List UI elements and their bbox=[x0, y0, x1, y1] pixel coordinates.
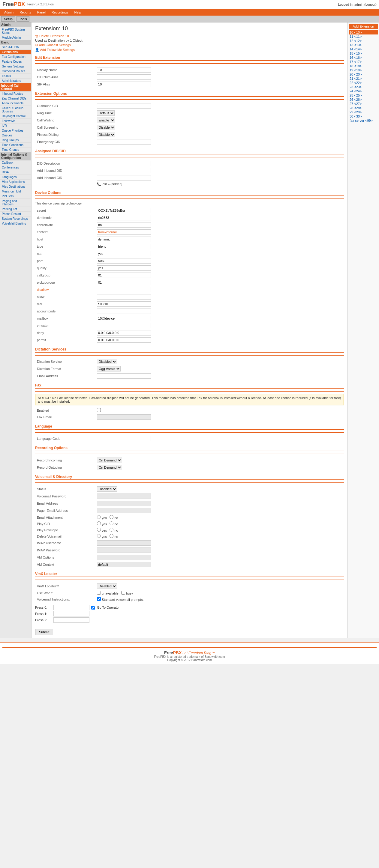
ext-link-29[interactable]: 29 <29> bbox=[349, 110, 378, 114]
add-inbound-cid-input[interactable] bbox=[97, 175, 151, 181]
ext-link-11[interactable]: 11 <11> bbox=[349, 34, 378, 39]
sidebar-item-outbound-routes[interactable]: Outbound Routes bbox=[0, 69, 31, 74]
sidebar-item-fax-configuration[interactable]: Fax Configuration bbox=[0, 55, 31, 59]
ext-link-10[interactable]: 10 <10> bbox=[349, 30, 378, 34]
sidebar-item-announcements[interactable]: Announcements bbox=[0, 101, 31, 106]
fax-email-input[interactable] bbox=[97, 414, 151, 420]
callgroup-input[interactable] bbox=[97, 273, 151, 278]
port-input[interactable] bbox=[97, 258, 151, 264]
sidebar-item-languages[interactable]: Languages bbox=[0, 175, 31, 180]
vmx-standard-prompts-checkbox[interactable] bbox=[97, 597, 101, 601]
delete-voicemail-yes[interactable] bbox=[97, 534, 101, 538]
sidebar-header-admin[interactable]: Admin bbox=[0, 23, 31, 27]
imap-username-input[interactable] bbox=[97, 540, 151, 546]
cid-num-alias-input[interactable] bbox=[97, 74, 151, 80]
press0-goto-operator-checkbox[interactable] bbox=[91, 606, 95, 610]
nav-help[interactable]: Help bbox=[71, 9, 84, 16]
vmx-unavailable-checkbox[interactable] bbox=[97, 591, 101, 594]
add-extension-button[interactable]: Add Extension bbox=[349, 24, 378, 29]
ext-link-20[interactable]: 20 <20> bbox=[349, 72, 378, 76]
emergency-cid-input[interactable] bbox=[97, 139, 151, 145]
ext-link-16[interactable]: 16 <16> bbox=[349, 56, 378, 60]
setup-tab[interactable]: Setup bbox=[1, 16, 15, 22]
record-outgoing-select[interactable]: On DemandAlwaysNeverDon't Care bbox=[97, 465, 122, 470]
vm-pager-email-input[interactable] bbox=[97, 508, 151, 513]
dial-input[interactable] bbox=[97, 301, 151, 307]
nav-admin[interactable]: Admin bbox=[1, 9, 17, 16]
ext-link-18[interactable]: 18 <18> bbox=[349, 64, 378, 68]
play-envelope-no[interactable] bbox=[110, 528, 113, 532]
vm-password-input[interactable] bbox=[97, 494, 151, 499]
sidebar-item-phone-restart[interactable]: Phone Restart bbox=[0, 212, 31, 216]
pinless-dialing-select[interactable]: DisableEnable bbox=[97, 132, 115, 137]
sip-alias-input[interactable] bbox=[97, 82, 151, 87]
play-envelope-yes[interactable] bbox=[97, 528, 101, 532]
sidebar-item-paging-intercom[interactable]: Paging and Intercom bbox=[0, 199, 31, 207]
vm-status-select[interactable]: DisabledEnabled bbox=[97, 486, 117, 492]
sidebar-item-disa[interactable]: DISA bbox=[0, 170, 31, 175]
ext-link-12[interactable]: 12 <12> bbox=[349, 39, 378, 43]
ext-link-27[interactable]: 27 <27> bbox=[349, 102, 378, 106]
play-cid-yes[interactable] bbox=[97, 521, 101, 525]
add-inbound-did-input[interactable] bbox=[97, 168, 151, 173]
allow-input[interactable] bbox=[97, 294, 151, 300]
dictation-email-input[interactable] bbox=[97, 373, 151, 379]
email-attachment-yes[interactable] bbox=[97, 515, 101, 519]
vmexten-input[interactable] bbox=[97, 323, 151, 328]
add-gabcast-link[interactable]: Add Gabcast Settings bbox=[39, 43, 70, 47]
nav-recordings[interactable]: Recordings bbox=[49, 9, 71, 16]
ext-link-15[interactable]: 15 <15> bbox=[349, 51, 378, 56]
nav-panel[interactable]: Panel bbox=[34, 9, 49, 16]
ext-link-22[interactable]: 22 <22> bbox=[349, 81, 378, 85]
ext-link-19[interactable]: 19 <19> bbox=[349, 68, 378, 72]
vm-context-input[interactable] bbox=[97, 562, 151, 567]
sidebar-item-ivr[interactable]: IVR bbox=[0, 124, 31, 128]
language-code-input[interactable] bbox=[97, 436, 151, 441]
disallow-input[interactable] bbox=[97, 287, 151, 292]
ext-link-24[interactable]: 24 <24> bbox=[349, 89, 378, 93]
sidebar-item-zap-channel-dids[interactable]: Zap Channel DIDs bbox=[0, 96, 31, 101]
sidebar-item-time-groups[interactable]: Time Groups bbox=[0, 148, 31, 152]
sidebar-header-basic[interactable]: Basic bbox=[0, 40, 31, 45]
sidebar-item-queue-priorities[interactable]: Queue Priorities bbox=[0, 128, 31, 133]
play-cid-no[interactable] bbox=[110, 521, 113, 525]
sidebar-item-general-settings[interactable]: General Settings bbox=[0, 64, 31, 69]
sidebar-item-music-on-hold[interactable]: Music on Hold bbox=[0, 189, 31, 194]
imap-password-input[interactable] bbox=[97, 548, 151, 553]
sidebar-item-system-recordings[interactable]: System Recordings bbox=[0, 216, 31, 221]
host-input[interactable] bbox=[97, 237, 151, 242]
ext-link-26[interactable]: 26 <26> bbox=[349, 97, 378, 102]
sidebar-item-misc-destinations[interactable]: Misc Destinations bbox=[0, 184, 31, 189]
secret-input[interactable] bbox=[97, 208, 151, 213]
sidebar-item-misc-applications[interactable]: Misc Applications bbox=[0, 180, 31, 184]
add-follow-me-link[interactable]: Add Follow Me Settings bbox=[40, 48, 75, 52]
delete-extension-link[interactable]: Delete Extension 10 bbox=[39, 34, 69, 38]
context-input[interactable] bbox=[97, 229, 151, 235]
press1-input[interactable] bbox=[53, 611, 89, 616]
delete-voicemail-no[interactable] bbox=[110, 534, 113, 538]
pickupgroup-input[interactable] bbox=[97, 280, 151, 285]
ring-time-select[interactable]: Default51015 bbox=[97, 110, 115, 116]
sidebar-item-time-conditions[interactable]: Time Conditions bbox=[0, 143, 31, 148]
display-name-input[interactable] bbox=[97, 67, 151, 72]
submit-button[interactable]: Submit bbox=[35, 629, 53, 636]
outbound-cid-input[interactable] bbox=[97, 103, 151, 108]
canreinvite-input[interactable] bbox=[97, 222, 151, 227]
fax-enabled-checkbox[interactable] bbox=[97, 408, 101, 412]
qualify-input[interactable] bbox=[97, 265, 151, 271]
sidebar-item-trunks[interactable]: Trunks bbox=[0, 74, 31, 79]
sidebar-item-parking-lot[interactable]: Parking Lot bbox=[0, 207, 31, 212]
did-description-input[interactable] bbox=[97, 161, 151, 166]
type-input[interactable] bbox=[97, 244, 151, 249]
vm-options-input[interactable] bbox=[97, 555, 151, 560]
deny-input[interactable] bbox=[97, 330, 151, 336]
sidebar-item-inbound-routes[interactable]: Inbound Routes bbox=[0, 91, 31, 96]
dtmfmode-input[interactable] bbox=[97, 215, 151, 220]
tools-tab[interactable]: Tools bbox=[17, 16, 30, 22]
call-screening-select[interactable]: DisableEnable bbox=[97, 125, 115, 130]
dictation-format-select[interactable]: Ogg VorbisWAV bbox=[97, 366, 121, 371]
sidebar-item-voicemail-blasting[interactable]: VoiceMail Blasting bbox=[0, 221, 31, 226]
sidebar-item-administrators[interactable]: Administrators bbox=[0, 79, 31, 83]
ext-link-17[interactable]: 17 <17> bbox=[349, 60, 378, 64]
ext-link-21[interactable]: 21 <21> bbox=[349, 76, 378, 81]
